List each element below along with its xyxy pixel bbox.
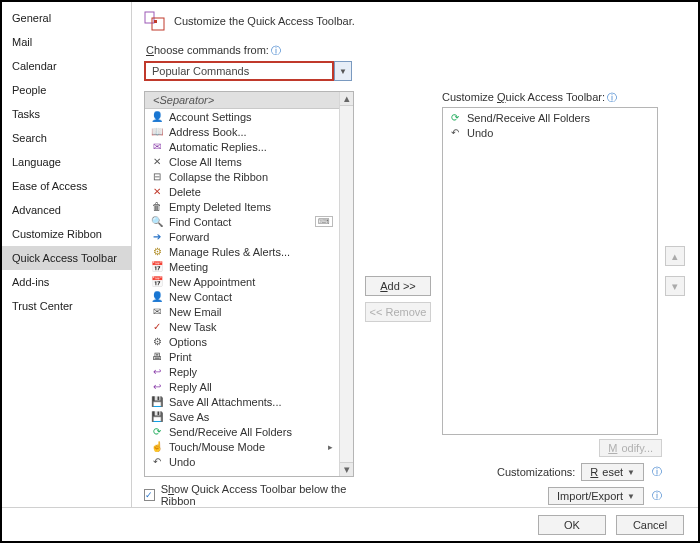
sidebar-item-general[interactable]: General (2, 6, 131, 30)
dialog-footer: OK Cancel (2, 507, 698, 541)
sidebar-item-advanced[interactable]: Advanced (2, 198, 131, 222)
ok-button[interactable]: OK (538, 515, 606, 535)
current-toolbar-column: Customize Quick Access Toolbar:ⓘ ⟳Send/R… (442, 91, 686, 507)
list-item[interactable]: ⟳Send/Receive All Folders (443, 110, 657, 125)
sidebar-item-calendar[interactable]: Calendar (2, 54, 131, 78)
available-commands-list[interactable]: <Separator> 👤Account Settings📖Address Bo… (144, 91, 354, 477)
panel-title: Customize the Quick Access Toolbar. (174, 15, 355, 27)
list-item[interactable]: ✉New Email (145, 304, 339, 319)
reset-button[interactable]: Reset▼ (581, 463, 644, 481)
sidebar-item-add-ins[interactable]: Add-ins (2, 270, 131, 294)
info-icon[interactable]: ⓘ (607, 92, 617, 103)
scroll-up-icon[interactable]: ▴ (340, 92, 353, 106)
sidebar-item-language[interactable]: Language (2, 150, 131, 174)
choose-commands-combo[interactable]: Popular Commands ▼ (144, 61, 686, 81)
svg-rect-2 (154, 20, 157, 23)
list-item[interactable]: 📅Meeting (145, 259, 339, 274)
list-item[interactable]: 📅New Appointment (145, 274, 339, 289)
list-item[interactable]: 👤Account Settings (145, 109, 339, 124)
list-item[interactable]: 💾Save All Attachments... (145, 394, 339, 409)
sidebar-item-customize-ribbon[interactable]: Customize Ribbon (2, 222, 131, 246)
list-item[interactable]: 👤New Contact (145, 289, 339, 304)
choose-commands-label: Choose commands from:ⓘ (146, 44, 686, 58)
quick-access-toolbar-icon (144, 10, 166, 32)
info-icon[interactable]: ⓘ (652, 465, 662, 479)
list-item[interactable]: 🔍Find Contact⌨ (145, 214, 339, 229)
list-item[interactable]: ⚙Manage Rules & Alerts... (145, 244, 339, 259)
scrollbar[interactable]: ▴ ▾ (339, 92, 353, 476)
move-up-button[interactable]: ▴ (665, 246, 685, 266)
list-item[interactable]: ↩Reply (145, 364, 339, 379)
sidebar-item-ease-of-access[interactable]: Ease of Access (2, 174, 131, 198)
chevron-down-icon[interactable]: ▼ (334, 61, 352, 81)
category-sidebar: General Mail Calendar People Tasks Searc… (2, 2, 132, 507)
list-item[interactable]: 🗑Empty Deleted Items (145, 199, 339, 214)
sidebar-item-mail[interactable]: Mail (2, 30, 131, 54)
list-item[interactable]: ↶Undo (145, 454, 339, 469)
import-export-button[interactable]: Import/Export▼ (548, 487, 644, 505)
remove-button[interactable]: << Remove (365, 302, 431, 322)
sidebar-item-quick-access-toolbar[interactable]: Quick Access Toolbar (2, 246, 131, 270)
list-item[interactable]: ⟳Send/Receive All Folders (145, 424, 339, 439)
sidebar-item-tasks[interactable]: Tasks (2, 102, 131, 126)
list-item[interactable]: ↩Reply All (145, 379, 339, 394)
list-item[interactable]: 🖶Print (145, 349, 339, 364)
checkbox-icon[interactable]: ✓ (144, 489, 155, 501)
list-item[interactable]: ↶Undo (443, 125, 657, 140)
list-item[interactable]: ⚙Options (145, 334, 339, 349)
choose-commands-value[interactable]: Popular Commands (144, 61, 334, 81)
list-item[interactable]: ⊟Collapse the Ribbon (145, 169, 339, 184)
separator-item[interactable]: <Separator> (145, 92, 339, 109)
list-item[interactable]: 💾Save As (145, 409, 339, 424)
sidebar-item-trust-center[interactable]: Trust Center (2, 294, 131, 318)
list-item[interactable]: ➔Forward (145, 229, 339, 244)
move-down-button[interactable]: ▾ (665, 276, 685, 296)
list-item[interactable]: 📖Address Book... (145, 124, 339, 139)
add-button[interactable]: Add >> (365, 276, 431, 296)
reorder-buttons: ▴ ▾ (664, 107, 686, 435)
cancel-button[interactable]: Cancel (616, 515, 684, 535)
dialog-body: General Mail Calendar People Tasks Searc… (2, 2, 698, 507)
list-item[interactable]: ✕Close All Items (145, 154, 339, 169)
transfer-buttons: Add >> << Remove (362, 91, 434, 507)
list-item[interactable]: ✓New Task (145, 319, 339, 334)
scroll-down-icon[interactable]: ▾ (340, 462, 353, 476)
columns: <Separator> 👤Account Settings📖Address Bo… (144, 91, 686, 507)
customize-qat-label: Customize Quick Access Toolbar:ⓘ (442, 91, 686, 105)
customizations-label: Customizations: (497, 466, 575, 478)
info-icon[interactable]: ⓘ (271, 45, 281, 56)
show-below-ribbon-checkbox[interactable]: ✓ Show Quick Access Toolbar below the Ri… (144, 483, 354, 507)
modify-button[interactable]: Modify... (599, 439, 662, 457)
sidebar-item-search[interactable]: Search (2, 126, 131, 150)
available-commands-column: <Separator> 👤Account Settings📖Address Bo… (144, 91, 354, 507)
list-item[interactable]: ✕Delete (145, 184, 339, 199)
main-panel: Customize the Quick Access Toolbar. Choo… (132, 2, 698, 507)
list-item[interactable]: ✉Automatic Replies... (145, 139, 339, 154)
sidebar-item-people[interactable]: People (2, 78, 131, 102)
current-toolbar-list[interactable]: ⟳Send/Receive All Folders↶Undo (442, 107, 658, 435)
list-item[interactable]: ☝Touch/Mouse Mode▸ (145, 439, 339, 454)
info-icon[interactable]: ⓘ (652, 489, 662, 503)
options-dialog: General Mail Calendar People Tasks Searc… (0, 0, 700, 543)
panel-header: Customize the Quick Access Toolbar. (144, 10, 686, 32)
